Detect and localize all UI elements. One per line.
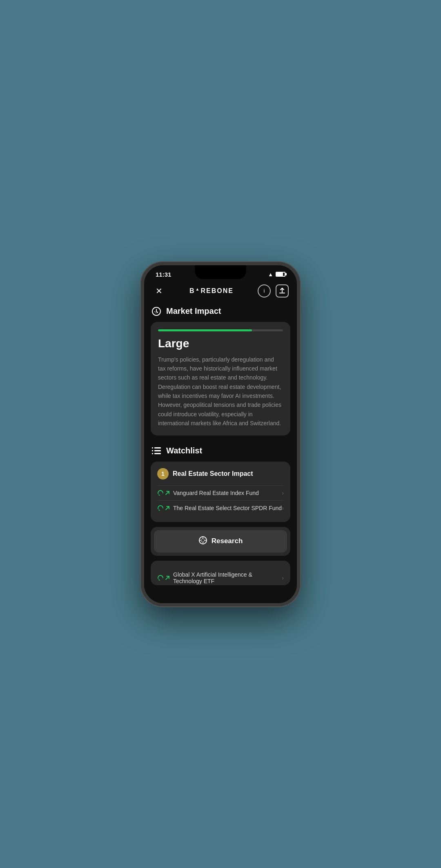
fund-name-1: Vanguard Real Estate Index Fund	[173, 490, 259, 496]
research-button[interactable]: Research	[154, 530, 287, 553]
chevron-right-2: ›	[282, 505, 284, 511]
notch	[195, 265, 246, 279]
phone-frame: 11:31 ▲ ✕ B▲REBONE i	[141, 262, 300, 606]
phone-screen: 11:31 ▲ ✕ B▲REBONE i	[144, 265, 297, 603]
status-time: 11:31	[156, 271, 171, 278]
svg-rect-4	[154, 450, 161, 451]
market-impact-header: Market Impact	[151, 306, 290, 317]
fund-name-partial: Global X Artificial Intelligence & Techn…	[173, 571, 282, 584]
research-icon	[198, 536, 207, 547]
svg-point-8	[201, 539, 205, 542]
watchlist-card-1: 1 Real Estate Sector Impact	[151, 462, 290, 522]
nav-actions: i	[258, 284, 289, 297]
wifi-icon: ▲	[268, 271, 273, 277]
market-impact-title: Market Impact	[166, 306, 221, 316]
battery-fill	[276, 273, 283, 276]
fund-icons-partial	[157, 575, 170, 581]
progress-bar-fill	[158, 329, 252, 331]
fund-icons-1	[157, 490, 170, 496]
fund-name-2: The Real Estate Select Sector SPDR Fund	[173, 505, 282, 511]
badge-number: 1	[157, 468, 169, 480]
progress-bar-container	[158, 329, 283, 331]
svg-rect-5	[152, 453, 153, 454]
research-button-label: Research	[212, 537, 243, 545]
watchlist-card-title-row: 1 Real Estate Sector Impact	[157, 468, 284, 480]
watchlist-section: Watchlist 1 Real Estate Sector Impact	[151, 445, 290, 585]
partial-card[interactable]: Global X Artificial Intelligence & Techn…	[151, 561, 290, 585]
fund-row-partial[interactable]: Global X Artificial Intelligence & Techn…	[157, 567, 284, 585]
fund-row-2[interactable]: The Real Estate Select Sector SPDR Fund …	[157, 500, 284, 515]
fund-row-1[interactable]: Vanguard Real Estate Index Fund ›	[157, 485, 284, 500]
market-impact-icon	[151, 306, 162, 317]
watchlist-card-title: Real Estate Sector Impact	[173, 470, 253, 477]
market-impact-card: Large Trump's policies, particularly der…	[151, 322, 290, 435]
status-icons: ▲	[268, 271, 285, 277]
close-button[interactable]: ✕	[152, 284, 165, 297]
svg-rect-2	[154, 447, 161, 448]
share-button[interactable]	[276, 284, 289, 297]
svg-rect-3	[152, 450, 153, 451]
watchlist-header: Watchlist	[151, 445, 290, 457]
watchlist-title: Watchlist	[166, 446, 202, 455]
svg-rect-6	[154, 453, 161, 454]
research-card: Research	[151, 527, 290, 556]
info-button[interactable]: i	[258, 284, 271, 297]
content-area[interactable]: Market Impact Large Trump's policies, pa…	[144, 302, 297, 603]
watchlist-icon	[151, 445, 162, 457]
fund-icons-2	[157, 505, 170, 511]
svg-rect-1	[152, 447, 153, 448]
nav-title: B▲REBONE	[189, 287, 234, 295]
battery-icon	[276, 272, 285, 277]
impact-level: Large	[158, 337, 283, 350]
nav-bar: ✕ B▲REBONE i	[144, 280, 297, 302]
chevron-right-1: ›	[282, 490, 284, 496]
chevron-right-partial: ›	[282, 575, 284, 581]
impact-description: Trump's policies, particularly deregulat…	[158, 355, 283, 428]
